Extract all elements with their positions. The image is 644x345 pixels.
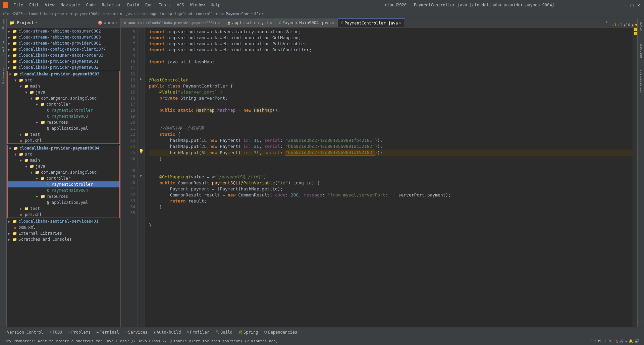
tree-item-external[interactable]: ▶ 📁 External Libraries bbox=[7, 230, 120, 236]
tree-item[interactable]: 🍃 application.yml bbox=[8, 125, 119, 131]
build-tab[interactable]: 🔨 Build bbox=[213, 329, 235, 335]
minimize-button[interactable]: ─ bbox=[623, 2, 628, 8]
tree-item-paymentcontroller-9004[interactable]: C PaymentController bbox=[8, 181, 119, 187]
breadcrumb-class[interactable]: ⚙ PaymentController bbox=[221, 12, 264, 16]
tree-item-pom-9003[interactable]: m pom.xml bbox=[8, 137, 119, 143]
run-gutter-icon[interactable]: ▶ bbox=[138, 76, 145, 82]
tree-item[interactable]: ▶ 📁 cloudalibaba-config-nacos-client3377 bbox=[7, 46, 120, 52]
close-tab-yml[interactable]: ✕ bbox=[270, 21, 272, 25]
menu-window[interactable]: Window bbox=[187, 2, 207, 8]
tree-item[interactable]: ▼ 📁 java bbox=[8, 89, 119, 95]
tree-item[interactable]: ▼ 📁 controller bbox=[8, 175, 119, 181]
tree-item-9004[interactable]: ▼ 📁 cloudalibaba-provider-payment9004 bbox=[8, 145, 119, 151]
status-encoding[interactable]: CRL bbox=[603, 339, 614, 343]
project-tree: ▶ 📁 cloud-stream-rabbitmq-consumer8002 ▶… bbox=[7, 27, 120, 327]
breadcrumb-cloud2020[interactable]: cloud2020 bbox=[3, 12, 23, 16]
gutter-empty bbox=[138, 160, 145, 166]
tree-item[interactable]: ▼ 📁 main bbox=[8, 157, 119, 163]
tab-paymentmain[interactable]: C PaymentMain9004.java ✕ bbox=[276, 18, 338, 27]
tree-item-9003[interactable]: ▼ 📁 cloudalibaba-provider-payment9003 bbox=[8, 71, 119, 77]
tree-item[interactable]: ▶ 📁 cloudalibaba-provider-payment9002 bbox=[7, 64, 120, 70]
expand-warnings[interactable]: ▼ bbox=[635, 23, 637, 27]
todo-tab[interactable]: ≡ TODO bbox=[47, 329, 65, 335]
tab-pom[interactable]: m pom.xml (cloudalibaba-provider-payment… bbox=[121, 18, 223, 27]
close-tab-controller[interactable]: ✕ bbox=[399, 21, 401, 25]
tree-item[interactable]: ▶ 📁 test bbox=[8, 131, 119, 137]
code-content[interactable]: import org.springframework.beans.factory… bbox=[145, 27, 633, 327]
menu-tools[interactable]: Tools bbox=[156, 2, 173, 8]
auto-build-tab[interactable]: ▲ Auto-build bbox=[151, 329, 183, 335]
tree-item[interactable]: ▼ 📁 controller bbox=[8, 101, 119, 107]
breadcrumb-module[interactable]: cloudalibaba-provider-payment9004 bbox=[26, 12, 100, 16]
tree-item-root-pom[interactable]: m pom.xml bbox=[7, 224, 120, 230]
tabs-overflow[interactable]: ⋮ bbox=[603, 18, 610, 27]
sort-icon[interactable]: ⇅ bbox=[108, 20, 110, 25]
breadcrumb-com[interactable]: com bbox=[138, 12, 145, 16]
version-control-tab[interactable]: ↕ Version Control bbox=[1, 329, 46, 335]
breadcrumb-angenin[interactable]: angenin bbox=[149, 12, 164, 16]
breadcrumb-springcloud[interactable]: springcloud bbox=[168, 12, 192, 16]
menu-vcs[interactable]: VCS bbox=[174, 2, 187, 8]
menu-navigate[interactable]: Navigate bbox=[58, 2, 83, 8]
close-panel-icon[interactable]: ✕ bbox=[115, 20, 118, 25]
sidebar-icon-structure[interactable]: Structure bbox=[0, 46, 6, 52]
database-panel-tab[interactable]: Database bbox=[639, 41, 643, 60]
collapse-warnings[interactable]: ▲ bbox=[632, 23, 634, 27]
locate-file-icon[interactable]: 🎯 bbox=[98, 20, 103, 25]
collapse-all-icon[interactable]: ≡ bbox=[104, 20, 106, 25]
profiler-tab[interactable]: ⊙ Profiler bbox=[184, 329, 212, 335]
tab-yml[interactable]: 🍃 application.yml ✕ bbox=[223, 18, 275, 27]
maven-panel-tab[interactable]: Maven bbox=[639, 19, 643, 34]
close-tab-pom[interactable]: ✕ bbox=[218, 21, 220, 25]
close-tab-main[interactable]: ✕ bbox=[332, 21, 334, 25]
tree-item[interactable]: ▼ 📁 resources bbox=[8, 119, 119, 125]
tree-item[interactable]: ▶ 📁 cloud-stream-rabbitmq-provider8801 bbox=[7, 40, 120, 46]
tree-item[interactable]: ▶ 📁 cloud-stream-rabbitmq-consumer8803 bbox=[7, 34, 120, 40]
sidebar-icon-bookmarks[interactable]: Bookmarks bbox=[0, 73, 6, 79]
tree-item[interactable]: ▼ 📁 src bbox=[8, 77, 119, 83]
problems-tab[interactable]: ⚠ Problems bbox=[65, 329, 93, 335]
breadcrumb-src[interactable]: src bbox=[103, 12, 110, 16]
sidebar-icon-project[interactable]: Project bbox=[0, 19, 6, 25]
status-position[interactable]: 23:39 bbox=[588, 339, 603, 343]
dependencies-tab[interactable]: ⬡ Dependencies bbox=[261, 329, 300, 335]
tree-item[interactable]: ▼ 📁 com.angenin.springcloud bbox=[8, 169, 119, 175]
breadcrumb-java[interactable]: java bbox=[126, 12, 135, 16]
breadcrumb-main[interactable]: main bbox=[113, 12, 122, 16]
menu-refactor[interactable]: Refactor bbox=[99, 2, 124, 8]
tree-item[interactable]: ▼ 📁 src bbox=[8, 151, 119, 157]
maximize-button[interactable]: □ bbox=[629, 2, 635, 8]
run-gutter-icon-2[interactable]: ▶ bbox=[138, 172, 145, 178]
tree-item-pom-9004[interactable]: m pom.xml bbox=[8, 212, 119, 218]
tree-item[interactable]: C PaymentMain9003 bbox=[8, 113, 119, 119]
tree-item[interactable]: 🍃 application.yml bbox=[8, 199, 119, 206]
menu-run[interactable]: Run bbox=[143, 2, 155, 8]
tree-item[interactable]: ▶ 📁 test bbox=[8, 206, 119, 212]
notifications-panel-tab[interactable]: Notifications bbox=[639, 67, 643, 96]
tree-item[interactable]: C PaymentMain9004 bbox=[8, 187, 119, 193]
tree-item[interactable]: ▼ 📁 resources bbox=[8, 193, 119, 199]
menu-view[interactable]: View bbox=[42, 2, 57, 8]
breadcrumb-controller[interactable]: controller bbox=[196, 12, 218, 16]
settings-icon[interactable]: ⚙ bbox=[112, 20, 114, 25]
warning-gutter-icon[interactable]: 💡 bbox=[138, 148, 145, 154]
menu-code[interactable]: Code bbox=[84, 2, 99, 8]
spring-tab[interactable]: 🌿 Spring bbox=[236, 329, 261, 335]
tree-item-paymentcontroller-9003[interactable]: C PaymentController bbox=[8, 107, 119, 113]
tree-item[interactable]: ▼ 📁 com.angenin.springcloud bbox=[8, 95, 119, 101]
close-button[interactable]: ✕ bbox=[636, 2, 641, 8]
menu-edit[interactable]: Edit bbox=[26, 2, 42, 8]
menu-file[interactable]: File bbox=[11, 2, 26, 8]
tree-item[interactable]: ▼ 📁 main bbox=[8, 83, 119, 89]
tree-item[interactable]: ▶ 📁 cloud-stream-rabbitmq-consumer8002 bbox=[7, 28, 120, 34]
tree-item[interactable]: ▼ 📁 java bbox=[8, 163, 119, 169]
menu-help[interactable]: Help bbox=[208, 2, 223, 8]
menu-build[interactable]: Build bbox=[124, 2, 142, 8]
terminal-tab[interactable]: ▶ Terminal bbox=[94, 329, 122, 335]
tree-item-scratches[interactable]: ▶ 📁 Scratches and Consoles bbox=[7, 236, 120, 242]
tree-item[interactable]: ▶ 📁 cloudalibaba-sentinel-service8401 bbox=[7, 218, 120, 224]
tab-paymentcontroller[interactable]: C PaymentController.java ✕ bbox=[338, 18, 405, 27]
services-tab[interactable]: ☁ Services bbox=[122, 329, 150, 335]
tree-item[interactable]: ▶ 📁 cloudalibaba-consumer-nacos-order83 bbox=[7, 52, 120, 58]
tree-item[interactable]: ▶ 📁 cloudalibaba-provider-payment9001 bbox=[7, 58, 120, 64]
